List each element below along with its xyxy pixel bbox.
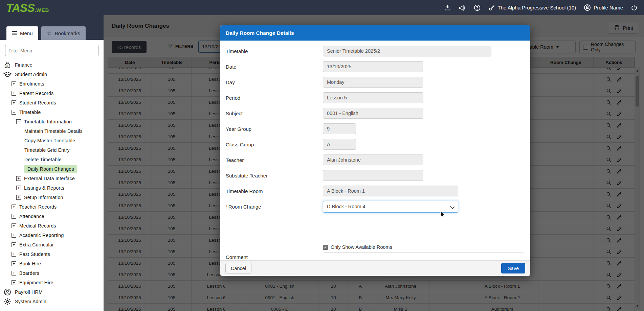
school-name: The Alpha Progressive School (10) [498,5,576,10]
sidebar-item-label: Delete Timetable [24,157,62,162]
sidebar-item-academic-reporting[interactable]: +Academic Reporting [0,231,104,240]
expand-icon[interactable]: + [12,252,16,257]
expand-icon[interactable]: + [16,195,21,200]
expand-icon[interactable]: + [16,186,21,190]
sidebar-item-timetable[interactable]: −Timetable [0,107,104,117]
field-label: Period [220,95,323,101]
sidebar-item-daily-room-changes[interactable]: Daily Room Changes [0,164,104,174]
key-icon [488,4,495,11]
tab-menu[interactable]: Menu [6,26,38,40]
required-asterisk: * [226,204,228,210]
sidebar-item-label: Teacher Records [19,204,57,210]
expand-icon[interactable]: + [12,233,16,238]
available-rooms-checkbox[interactable]: ✓ [323,245,328,250]
sidebar-item-past-students[interactable]: +Past Students [0,249,104,259]
expand-icon[interactable]: + [12,214,16,219]
sidebar-item-copy-master-timetable[interactable]: Copy Master Timetable [0,136,104,145]
only-show-available-rooms[interactable]: ✓ Only Show Available Rooms [323,244,392,250]
room-change-select[interactable]: D Block - Room 4 [323,201,458,213]
sidebar-item-boarders[interactable]: +Boarders [0,268,104,278]
sidebar-item-label: Book Hire [19,261,41,266]
sidebar-item-parent-records[interactable]: +Parent Records [0,89,104,98]
field-label: Class Group [220,142,323,147]
expand-icon[interactable]: + [12,280,16,285]
svg-text:$: $ [6,64,8,68]
sidebar-item-extra-curricular[interactable]: +Extra Curricular [0,240,104,249]
sidebar-header: TASS.WEB Menu ☆ Bookmarks [0,0,104,40]
expand-icon[interactable]: + [12,242,16,247]
sidebar-item-student-records[interactable]: +Student Records [0,98,104,107]
school-switcher[interactable]: The Alpha Progressive School (10) [488,4,576,11]
sidebar-item-external-data-interface[interactable]: +External Data Interface [0,174,104,183]
sidebar-item-student-admin[interactable]: Student Admin [0,70,104,79]
sidebar-item-payroll-hrm[interactable]: Payroll HRM [0,287,104,297]
sidebar-item-label: Timetable Grid Entry [24,147,70,153]
class-group-input: A [323,139,356,150]
sidebar-item-teacher-records[interactable]: +Teacher Records [0,202,104,212]
person-icon [3,288,12,296]
sidebar-item-delete-timetable[interactable]: Delete Timetable [0,155,104,164]
sidebar-item-equipment-hire[interactable]: +Equipment Hire [0,278,104,287]
sidebar-item-setup-information[interactable]: +Setup Information [0,193,104,202]
sidebar-item-label: External Data Interface [24,176,75,181]
sidebar-item-label: Equipment Hire [19,280,53,285]
cancel-button[interactable]: Cancel [225,263,251,273]
field-label: Substitute Teacher [220,173,323,178]
substitute-teacher-input [323,170,423,181]
sidebar-item-timetable-grid-entry[interactable]: Timetable Grid Entry [0,145,104,155]
timetable-room-input: A Block - Room 1 [323,186,458,196]
collapse-icon[interactable]: − [16,119,21,124]
sidebar: TASS.WEB Menu ☆ Bookmarks $FinanceStuden… [0,0,104,311]
sidebar-item-timetable-information[interactable]: −Timetable Information [0,117,104,126]
expand-icon[interactable]: + [12,205,16,209]
expand-icon[interactable]: + [12,271,16,276]
save-button[interactable]: Save [501,263,525,273]
gradcap-icon [3,70,12,78]
expand-icon[interactable]: + [12,223,16,228]
logout-icon[interactable] [630,4,638,11]
field-row-class-group: Class GroupA [220,139,530,150]
collapse-icon[interactable]: − [12,110,16,115]
expand-icon[interactable]: + [12,261,16,266]
sidebar-item-book-hire[interactable]: +Book Hire [0,259,104,268]
field-row-date: Date13/10/2025 [220,61,530,72]
field-label: Timetable [220,48,323,54]
announcements-icon[interactable] [459,4,466,11]
sidebar-item-finance[interactable]: $Finance [0,60,104,70]
comment-label: Comment [226,254,248,260]
field-label: *Room Change [220,204,323,210]
expand-icon[interactable]: + [16,176,21,181]
moneybag-icon: $ [3,61,12,69]
download-icon[interactable] [444,4,451,11]
timetable-input: Senior Timetable 2025/2 [323,46,491,56]
app-root: The Alpha Progressive School (10) Profil… [0,0,644,311]
field-label: Timetable Room [220,188,323,194]
year-group-input: 9 [323,123,356,134]
field-label: Year Group [220,126,323,132]
sidebar-item-label: Payroll HRM [15,289,43,295]
field-row-teacher: TeacherAlan Johnstone [220,154,530,165]
field-row-year-group: Year Group9 [220,123,530,134]
sidebar-item-label: Maintain Timetable Details [24,128,83,134]
sidebar-item-medical-records[interactable]: +Medical Records [0,221,104,231]
menu-filter-input[interactable] [5,45,98,56]
help-icon[interactable] [473,4,481,11]
sidebar-item-label: Attendance [19,214,44,219]
field-label: Date [220,64,323,70]
sidebar-item-maintain-timetable-details[interactable]: Maintain Timetable Details [0,126,104,136]
tab-bookmarks[interactable]: ☆ Bookmarks [41,26,86,40]
sidebar-item-label: Daily Room Changes [24,165,77,173]
sidebar-item-system-admin[interactable]: System Admin [0,297,104,306]
expand-icon[interactable]: + [12,100,16,105]
sidebar-item-attendance[interactable]: +Attendance [0,212,104,221]
expand-icon[interactable]: + [12,81,16,86]
sidebar-item-label: Copy Master Timetable [24,138,75,143]
sidebar-item-label: Academic Reporting [19,233,64,238]
sidebar-item-enrolments[interactable]: +Enrolments [0,79,104,89]
expand-icon[interactable]: + [12,91,16,96]
profile-menu[interactable]: Profile Name [583,4,623,11]
sidebar-item-listings-reports[interactable]: +Listings & Reports [0,183,104,193]
teacher-input: Alan Johnstone [323,154,423,165]
modal-header: Daily Room Change Details [220,25,530,41]
field-row-day: DayMonday [220,77,530,88]
